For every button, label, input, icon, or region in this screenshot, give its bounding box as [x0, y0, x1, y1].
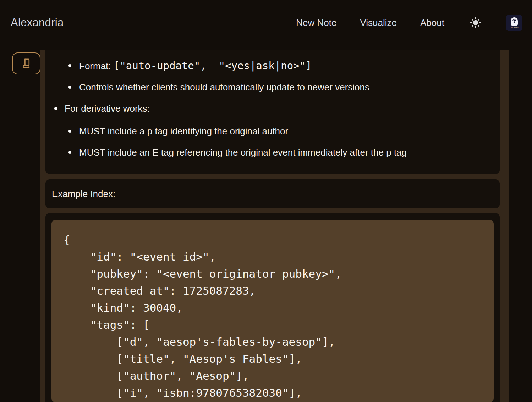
bullet-dot	[54, 107, 57, 110]
code-line: "id": "<event_id>",	[64, 248, 494, 265]
avatar-caption: GitCitadel	[510, 27, 519, 29]
spec-bullets-card: Format: ["auto-update", "<yes|ask|no>"]C…	[45, 50, 500, 174]
code-line: ["author", "Aesop"],	[64, 367, 494, 384]
json-code-block: { "id": "<event_id>", "pubkey": "<event_…	[51, 220, 494, 402]
nav-link-about[interactable]: About	[420, 17, 444, 28]
code-line: "kind": 30040,	[64, 299, 494, 316]
code-line: "pubkey": "<event_originator_pubkey>",	[64, 265, 494, 282]
example-index-card: Example Index:	[45, 179, 500, 208]
sun-icon	[470, 17, 482, 29]
code-line: ["d", "aesop's-fables-by-aesop"],	[64, 333, 494, 350]
top-nav-bar: Alexandria New NoteVisualizeAbout	[0, 0, 532, 45]
bullet-text: MUST include an E tag referencing the or…	[79, 147, 407, 158]
bullet-text: Format:	[79, 61, 114, 71]
bullet-text: MUST include a p tag identifying the ori…	[79, 126, 288, 136]
code-line: {	[64, 231, 494, 248]
code-line: "created_at": 1725087283,	[64, 282, 494, 299]
app-title: Alexandria	[11, 16, 64, 29]
code-line: ["i", "isbn:9780765382030"],	[64, 384, 494, 401]
inline-code: ["auto-update", "<yes|ask|no>"]	[114, 60, 312, 72]
bullet-item: MUST include an E tag referencing the or…	[45, 146, 500, 158]
bullet-text: Controls whether clients should automati…	[79, 82, 369, 93]
bullet-text: For derivative works:	[65, 103, 150, 114]
content-panel: Format: ["auto-update", "<yes|ask|no>"]C…	[40, 50, 509, 402]
gitcitadel-logo-icon	[510, 17, 519, 26]
bullet-dot	[68, 86, 71, 89]
bullet-item: Controls whether clients should automati…	[45, 81, 500, 93]
bullet-dot	[68, 64, 71, 67]
code-line: "tags": [	[64, 316, 494, 333]
nav-link-visualize[interactable]: Visualize	[360, 17, 397, 28]
bullet-item: For derivative works:	[45, 102, 500, 115]
example-index-label: Example Index:	[52, 189, 115, 200]
bullet-dot	[68, 130, 71, 133]
main-nav: New NoteVisualizeAbout	[296, 17, 444, 28]
nav-link-new-note[interactable]: New Note	[296, 17, 336, 28]
code-card: { "id": "<event_id>", "pubkey": "<event_…	[45, 213, 500, 402]
theme-toggle-button[interactable]	[470, 17, 482, 29]
book-icon	[20, 57, 32, 69]
bullet-item: Format: ["auto-update", "<yes|ask|no>"]	[45, 60, 500, 72]
sidebar-book-toggle-button[interactable]	[12, 52, 40, 74]
bullet-dot	[68, 151, 71, 154]
code-line: ["title", "Aesop's Fables"],	[64, 350, 494, 367]
bullet-item: MUST include a p tag identifying the ori…	[45, 125, 500, 137]
profile-avatar[interactable]: GitCitadel	[506, 15, 522, 31]
